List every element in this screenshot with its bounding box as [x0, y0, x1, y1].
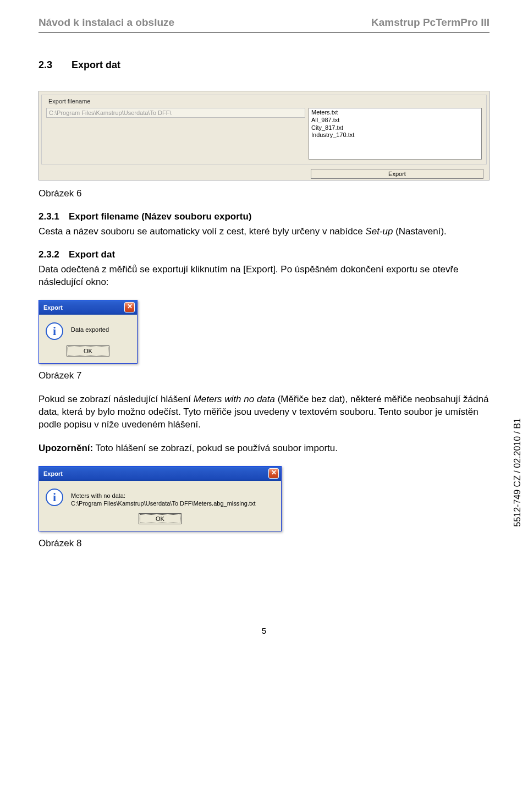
subsection-num: 2.3.1	[38, 211, 69, 222]
text-italic: Meters with no data	[194, 394, 275, 404]
export-success-dialog: Export ✕ i Data exported OK	[38, 300, 138, 364]
subsection-232: 2.3.2Export dat	[38, 249, 490, 260]
list-item[interactable]: Meters.txt	[311, 109, 479, 117]
dialog-message: Meters with no data: C:\Program Files\Ka…	[71, 489, 256, 508]
header-right: Kamstrup PcTermPro III	[371, 17, 490, 29]
para-meters: Pokud se zobrazí následující hlášení Met…	[38, 393, 490, 431]
export-file-list[interactable]: Meters.txt All_987.txt City_817.txt Indu…	[309, 108, 482, 160]
dialog-titlebar[interactable]: Export ✕	[39, 467, 281, 481]
document-code: 5512-749 CZ / 02.2010 / B1	[513, 418, 522, 526]
text-italic: Set-up	[365, 226, 393, 237]
dialog-message: Data exported	[71, 322, 109, 334]
list-item[interactable]: City_817.txt	[311, 124, 479, 132]
info-icon: i	[46, 489, 63, 506]
text: Meters with no data:	[71, 492, 256, 500]
warning-text: Toto hlášení se zobrazí, pokud se použív…	[93, 443, 338, 453]
text: Pokud se zobrazí následující hlášení	[38, 394, 194, 404]
close-icon[interactable]: ✕	[124, 302, 135, 312]
para-232: Data odečtená z měřičů se exportují klik…	[38, 264, 490, 289]
subsection-num: 2.3.2	[38, 249, 69, 260]
para-warning: Upozornění: Toto hlášení se zobrazí, pok…	[38, 442, 490, 455]
text: C:\Program Files\Kamstrup\Userdata\To DF…	[71, 500, 256, 508]
subsection-title: Export filename (Název souboru exportu)	[69, 211, 252, 222]
text: Cesta a název souboru se automaticky vol…	[38, 226, 365, 237]
section-name: Export dat	[72, 59, 120, 70]
ok-button[interactable]: OK	[140, 514, 180, 523]
info-icon: i	[46, 322, 63, 340]
dialog-title: Export	[43, 304, 63, 311]
text: (Nastavení).	[393, 226, 446, 237]
section-title: 2.3Export dat	[38, 59, 490, 71]
export-button[interactable]: Export	[311, 169, 483, 179]
page-number: 5	[38, 626, 490, 635]
warning-label: Upozornění:	[38, 443, 93, 453]
figure-caption-7: Obrázek 7	[38, 370, 490, 381]
list-item[interactable]: All_987.txt	[311, 117, 479, 124]
dialog-titlebar[interactable]: Export ✕	[39, 300, 137, 315]
subsection-title: Export dat	[69, 249, 115, 260]
export-path-input[interactable]: C:\Program Files\Kamstrup\Userdata\To DF…	[46, 108, 305, 118]
figure-caption-6: Obrázek 6	[38, 188, 490, 199]
para-231: Cesta a název souboru se automaticky vol…	[38, 226, 490, 238]
list-item[interactable]: Industry_170.txt	[311, 131, 479, 139]
export-missing-dialog: Export ✕ i Meters with no data: C:\Progr…	[38, 466, 282, 532]
section-num: 2.3	[38, 59, 72, 71]
page-header: Návod k instalaci a obsluze Kamstrup PcT…	[38, 17, 490, 33]
dialog-title: Export	[43, 470, 63, 477]
ok-button[interactable]: OK	[68, 347, 108, 355]
subsection-231: 2.3.1Export filename (Název souboru expo…	[38, 211, 490, 222]
export-panel-screenshot: Export filename C:\Program Files\Kamstru…	[38, 91, 490, 180]
groupbox-label: Export filename	[46, 98, 92, 105]
header-left: Návod k instalaci a obsluze	[38, 17, 174, 29]
close-icon[interactable]: ✕	[268, 468, 279, 479]
figure-caption-8: Obrázek 8	[38, 538, 490, 549]
